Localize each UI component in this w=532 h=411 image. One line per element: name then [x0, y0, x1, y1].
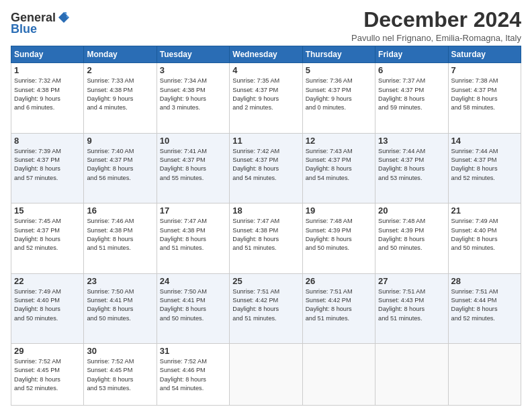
day-number: 5: [306, 65, 372, 75]
calendar-cell: 22Sunrise: 7:49 AM Sunset: 4:40 PM Dayli…: [11, 273, 84, 343]
column-header-friday: Friday: [375, 46, 448, 63]
calendar-cell: 12Sunrise: 7:43 AM Sunset: 4:37 PM Dayli…: [302, 133, 375, 203]
day-number: 16: [87, 205, 153, 216]
day-number: 6: [378, 65, 445, 75]
day-info: Sunrise: 7:46 AM Sunset: 4:38 PM Dayligh…: [87, 217, 153, 253]
day-number: 23: [87, 276, 153, 286]
calendar-page: General Blue December 2024 Pavullo nel F…: [0, 0, 532, 411]
calendar-cell: 13Sunrise: 7:44 AM Sunset: 4:37 PM Dayli…: [375, 133, 448, 203]
calendar-cell: 27Sunrise: 7:51 AM Sunset: 4:43 PM Dayli…: [375, 273, 448, 343]
calendar-cell: 7Sunrise: 7:38 AM Sunset: 4:37 PM Daylig…: [448, 63, 521, 133]
day-number: 17: [160, 205, 226, 216]
day-number: 26: [306, 276, 372, 286]
day-number: 31: [160, 346, 226, 356]
day-info: Sunrise: 7:32 AM Sunset: 4:38 PM Dayligh…: [14, 77, 81, 112]
calendar-cell: 19Sunrise: 7:48 AM Sunset: 4:39 PM Dayli…: [302, 203, 375, 273]
day-number: 8: [14, 136, 81, 146]
month-title: December 2024: [351, 8, 521, 32]
day-info: Sunrise: 7:51 AM Sunset: 4:42 PM Dayligh…: [232, 287, 299, 323]
calendar-cell: 8Sunrise: 7:39 AM Sunset: 4:37 PM Daylig…: [11, 133, 84, 203]
calendar-cell: 31Sunrise: 7:52 AM Sunset: 4:46 PM Dayli…: [157, 344, 229, 406]
day-info: Sunrise: 7:44 AM Sunset: 4:37 PM Dayligh…: [378, 147, 445, 183]
day-number: 15: [14, 205, 81, 216]
day-number: 4: [232, 65, 299, 75]
calendar-cell: 24Sunrise: 7:50 AM Sunset: 4:41 PM Dayli…: [157, 273, 229, 343]
day-info: Sunrise: 7:47 AM Sunset: 4:38 PM Dayligh…: [232, 217, 299, 253]
day-number: 25: [232, 276, 299, 286]
calendar-cell: 29Sunrise: 7:52 AM Sunset: 4:45 PM Dayli…: [11, 344, 84, 406]
calendar-cell: 2Sunrise: 7:33 AM Sunset: 4:38 PM Daylig…: [84, 63, 157, 133]
location-subtitle: Pavullo nel Frignano, Emilia-Romagna, It…: [351, 33, 521, 43]
day-info: Sunrise: 7:48 AM Sunset: 4:39 PM Dayligh…: [378, 217, 445, 253]
calendar-cell: 14Sunrise: 7:44 AM Sunset: 4:37 PM Dayli…: [448, 133, 521, 203]
day-info: Sunrise: 7:52 AM Sunset: 4:45 PM Dayligh…: [14, 357, 81, 393]
calendar-cell: 16Sunrise: 7:46 AM Sunset: 4:38 PM Dayli…: [84, 203, 157, 273]
calendar-cell: 3Sunrise: 7:34 AM Sunset: 4:38 PM Daylig…: [157, 63, 229, 133]
day-number: 18: [232, 205, 299, 216]
calendar-cell: 5Sunrise: 7:36 AM Sunset: 4:37 PM Daylig…: [302, 63, 375, 133]
day-number: 14: [451, 136, 518, 146]
day-info: Sunrise: 7:40 AM Sunset: 4:37 PM Dayligh…: [87, 147, 153, 183]
calendar-cell: 25Sunrise: 7:51 AM Sunset: 4:42 PM Dayli…: [230, 273, 302, 343]
calendar-table: SundayMondayTuesdayWednesdayThursdayFrid…: [11, 46, 521, 406]
day-number: 29: [14, 346, 81, 356]
calendar-cell: 4Sunrise: 7:35 AM Sunset: 4:37 PM Daylig…: [230, 63, 302, 133]
calendar-cell: 21Sunrise: 7:49 AM Sunset: 4:40 PM Dayli…: [448, 203, 521, 273]
day-number: 11: [232, 136, 299, 146]
column-header-monday: Monday: [84, 46, 157, 63]
day-number: 21: [451, 205, 518, 216]
logo-icon: [57, 11, 71, 24]
day-info: Sunrise: 7:41 AM Sunset: 4:37 PM Dayligh…: [160, 147, 226, 183]
column-header-sunday: Sunday: [11, 46, 84, 63]
day-number: 10: [160, 136, 226, 146]
calendar-cell: 11Sunrise: 7:42 AM Sunset: 4:37 PM Dayli…: [230, 133, 302, 203]
day-number: 27: [378, 276, 445, 286]
calendar-cell: [448, 344, 521, 406]
day-info: Sunrise: 7:50 AM Sunset: 4:41 PM Dayligh…: [160, 287, 226, 323]
day-info: Sunrise: 7:50 AM Sunset: 4:41 PM Dayligh…: [87, 287, 153, 323]
column-header-wednesday: Wednesday: [230, 46, 302, 63]
day-number: 2: [87, 65, 153, 75]
day-number: 3: [160, 65, 226, 75]
day-info: Sunrise: 7:48 AM Sunset: 4:39 PM Dayligh…: [306, 217, 372, 253]
calendar-cell: [375, 344, 448, 406]
day-info: Sunrise: 7:52 AM Sunset: 4:46 PM Dayligh…: [160, 357, 226, 393]
calendar-cell: 23Sunrise: 7:50 AM Sunset: 4:41 PM Dayli…: [84, 273, 157, 343]
calendar-cell: 26Sunrise: 7:51 AM Sunset: 4:42 PM Dayli…: [302, 273, 375, 343]
title-block: December 2024 Pavullo nel Frignano, Emil…: [351, 8, 521, 43]
day-info: Sunrise: 7:39 AM Sunset: 4:37 PM Dayligh…: [14, 147, 81, 183]
day-info: Sunrise: 7:36 AM Sunset: 4:37 PM Dayligh…: [306, 77, 372, 112]
day-info: Sunrise: 7:51 AM Sunset: 4:43 PM Dayligh…: [378, 287, 445, 323]
calendar-cell: 9Sunrise: 7:40 AM Sunset: 4:37 PM Daylig…: [84, 133, 157, 203]
calendar-cell: 10Sunrise: 7:41 AM Sunset: 4:37 PM Dayli…: [157, 133, 229, 203]
calendar-cell: 17Sunrise: 7:47 AM Sunset: 4:38 PM Dayli…: [157, 203, 229, 273]
day-number: 12: [306, 136, 372, 146]
calendar-cell: 18Sunrise: 7:47 AM Sunset: 4:38 PM Dayli…: [230, 203, 302, 273]
column-header-tuesday: Tuesday: [157, 46, 229, 63]
day-number: 9: [87, 136, 153, 146]
day-info: Sunrise: 7:38 AM Sunset: 4:37 PM Dayligh…: [451, 77, 518, 112]
day-info: Sunrise: 7:52 AM Sunset: 4:45 PM Dayligh…: [87, 357, 153, 393]
day-info: Sunrise: 7:49 AM Sunset: 4:40 PM Dayligh…: [451, 217, 518, 253]
day-info: Sunrise: 7:44 AM Sunset: 4:37 PM Dayligh…: [451, 147, 518, 183]
day-info: Sunrise: 7:43 AM Sunset: 4:37 PM Dayligh…: [306, 147, 372, 183]
day-number: 22: [14, 276, 81, 286]
day-number: 7: [451, 65, 518, 75]
day-number: 19: [306, 205, 372, 216]
day-number: 28: [451, 276, 518, 286]
day-info: Sunrise: 7:45 AM Sunset: 4:37 PM Dayligh…: [14, 217, 81, 253]
day-number: 20: [378, 205, 445, 216]
logo-blue-text: Blue: [11, 22, 37, 36]
day-info: Sunrise: 7:37 AM Sunset: 4:37 PM Dayligh…: [378, 77, 445, 112]
calendar-cell: 15Sunrise: 7:45 AM Sunset: 4:37 PM Dayli…: [11, 203, 84, 273]
day-info: Sunrise: 7:35 AM Sunset: 4:37 PM Dayligh…: [232, 77, 299, 112]
day-info: Sunrise: 7:51 AM Sunset: 4:44 PM Dayligh…: [451, 287, 518, 323]
calendar-cell: 20Sunrise: 7:48 AM Sunset: 4:39 PM Dayli…: [375, 203, 448, 273]
day-info: Sunrise: 7:42 AM Sunset: 4:37 PM Dayligh…: [232, 147, 299, 183]
day-info: Sunrise: 7:47 AM Sunset: 4:38 PM Dayligh…: [160, 217, 226, 253]
calendar-cell: 28Sunrise: 7:51 AM Sunset: 4:44 PM Dayli…: [448, 273, 521, 343]
column-header-saturday: Saturday: [448, 46, 521, 63]
column-header-thursday: Thursday: [302, 46, 375, 63]
calendar-cell: 30Sunrise: 7:52 AM Sunset: 4:45 PM Dayli…: [84, 344, 157, 406]
calendar-cell: [302, 344, 375, 406]
